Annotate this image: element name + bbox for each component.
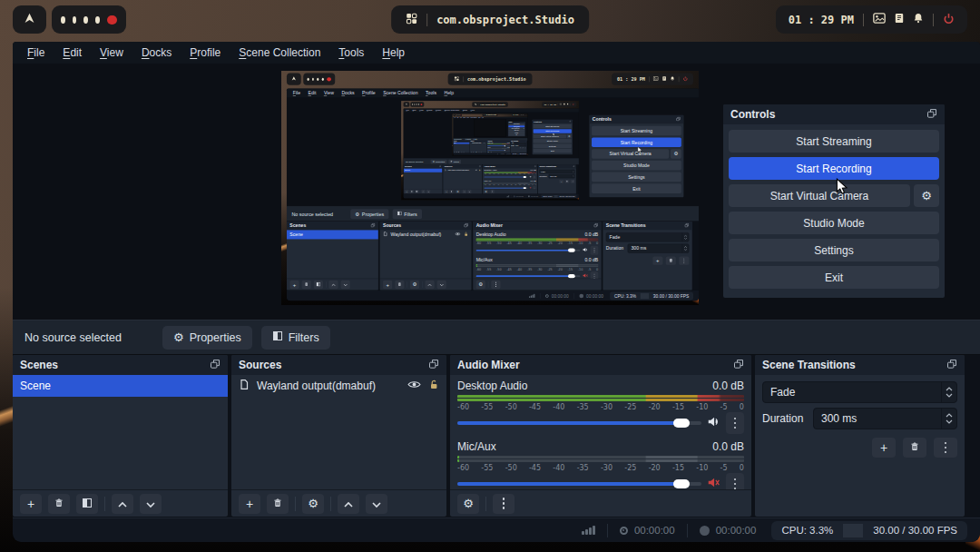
virtual-camera-config-button[interactable]: ⚙ [914, 184, 939, 207]
scene-list-item[interactable]: Scene [13, 375, 228, 397]
add-transition-button[interactable]: + [872, 438, 896, 458]
channel-db-value: 0.0 dB [584, 258, 598, 263]
remove-transition-button[interactable] [903, 438, 926, 458]
volume-slider[interactable] [457, 421, 701, 425]
speaker-icon [529, 175, 532, 178]
filters-button[interactable]: Filters [261, 326, 330, 350]
start-virtual-camera-button[interactable]: Start Virtual Camera [729, 184, 910, 207]
separator [863, 14, 864, 26]
menu-item-profile[interactable]: Profile [181, 42, 230, 64]
menu-item-help[interactable]: Help [373, 42, 414, 64]
menu-item-docks[interactable]: Docks [132, 42, 181, 64]
start-recording-button[interactable]: Start Recording [729, 157, 939, 180]
properties-button[interactable]: ⚙ Properties [162, 326, 252, 350]
source-list-item[interactable]: Wayland output(dmabuf) [231, 375, 446, 397]
volume-handle[interactable] [673, 479, 690, 488]
volume-slider[interactable] [457, 482, 701, 486]
popout-icon[interactable] [428, 359, 439, 372]
remove-source-button[interactable] [267, 494, 289, 514]
volume-handle[interactable] [673, 419, 690, 428]
workspace-dot [95, 16, 100, 24]
mixer-dock-header: Audio Mixer [483, 165, 537, 169]
virtual-camera-row: Start Virtual Camera ⚙ [508, 128, 524, 130]
mouse-cursor [516, 127, 517, 129]
fps-counter: 30.00 / 30.00 FPS [519, 153, 527, 154]
duration-spinner[interactable] [941, 409, 956, 429]
menu-item-file[interactable]: File [18, 42, 54, 64]
gear-icon: ⚙ [173, 331, 184, 343]
menu-item-profile: Profile [434, 108, 443, 112]
channel-menu-button[interactable] [726, 412, 744, 434]
studio-mode-button[interactable]: Studio Mode [729, 212, 939, 234]
meter-tick-label: -40 [495, 149, 495, 150]
menu-item-scene-collection[interactable]: Scene Collection [230, 42, 329, 64]
workspace-dot [73, 16, 77, 24]
screenshot-icon[interactable] [873, 13, 886, 26]
bell-icon[interactable] [913, 13, 924, 26]
gear-icon: ⚙ [308, 498, 318, 509]
chevron-up-icon [117, 498, 128, 510]
clock: 01 : 29 PM [617, 76, 645, 82]
launcher-button[interactable] [13, 5, 46, 34]
meter-tick-label: -45 [506, 268, 512, 271]
channel-menu-button [508, 150, 510, 151]
move-source-up-button[interactable] [338, 494, 359, 514]
settings-button[interactable]: Settings [729, 239, 939, 261]
transition-select[interactable]: Fade [762, 381, 957, 403]
channel-controls [476, 246, 599, 255]
menu-item-tools[interactable]: Tools [329, 42, 373, 64]
popout-icon [676, 116, 681, 122]
remove-scene-button[interactable] [48, 494, 70, 514]
notes-icon[interactable] [894, 13, 905, 26]
popout-icon[interactable] [946, 359, 957, 372]
menu-item-edit[interactable]: Edit [54, 42, 91, 64]
controls-buttons: Start Streaming Start Recording Start Vi… [508, 123, 525, 136]
scene-filters-button[interactable] [76, 494, 98, 514]
source-list-item: Wayland output(dmabuf) [470, 143, 486, 144]
channel-menu-button[interactable] [726, 473, 744, 489]
menu-item-scene-collection: Scene Collection [443, 108, 461, 112]
speaker-icon[interactable] [707, 415, 720, 431]
popout-icon[interactable] [733, 359, 744, 372]
filters-icon [397, 211, 402, 216]
transition-select: Fade [539, 170, 574, 173]
gear-icon: ⚙ [488, 152, 489, 153]
start-streaming-button[interactable]: Start Streaming [729, 130, 939, 153]
move-scene-down-button[interactable] [140, 494, 162, 514]
mixer-menu-button[interactable] [493, 494, 514, 514]
program-preview[interactable]: com.obsproject.Studio 01 : 29 PM [281, 71, 699, 305]
combo-spinner[interactable] [941, 382, 956, 402]
dock-title: Scene Transitions [762, 359, 856, 371]
power-icon[interactable] [943, 13, 955, 27]
add-source-button[interactable]: + [239, 494, 260, 514]
volume-handle [524, 187, 526, 189]
lock-icon[interactable] [428, 379, 439, 393]
audio-mixer-dock: Audio Mixer Desktop Audio 0.0 dB -60-55-… [487, 141, 511, 153]
popout-icon[interactable] [210, 359, 220, 372]
filters-label: Filters [289, 331, 319, 344]
virtual-camera-config-button: ⚙ [523, 128, 524, 130]
add-scene-button: + [454, 152, 456, 153]
workspace-indicator[interactable] [52, 5, 126, 34]
menu-item-edit: Edit [411, 108, 417, 112]
desktop-wallpaper [452, 113, 527, 155]
source-properties-button[interactable]: ⚙ [302, 494, 324, 514]
advanced-audio-button[interactable]: ⚙ [457, 494, 479, 514]
menu-item-view[interactable]: View [91, 42, 132, 64]
virtual-camera-config-button: ⚙ [567, 134, 572, 139]
channel-menu-button [533, 186, 536, 189]
exit-button[interactable]: Exit [729, 266, 939, 289]
volume-handle [505, 150, 505, 151]
move-scene-up-button[interactable] [112, 494, 133, 514]
popout-icon[interactable] [926, 108, 937, 122]
speaker-muted-icon[interactable] [707, 476, 720, 489]
meter-tick-label: -20 [502, 149, 503, 150]
mixer-toolbar: ⚙ [473, 279, 601, 291]
visibility-eye-icon[interactable] [407, 380, 421, 392]
add-scene-button[interactable]: + [20, 494, 42, 514]
transition-menu-button[interactable] [934, 438, 957, 458]
transitions-body: Fade Duration 300 ms [755, 375, 965, 517]
duration-input[interactable]: 300 ms [813, 408, 957, 429]
add-transition-button: + [559, 180, 564, 183]
move-source-down-button[interactable] [366, 494, 387, 514]
